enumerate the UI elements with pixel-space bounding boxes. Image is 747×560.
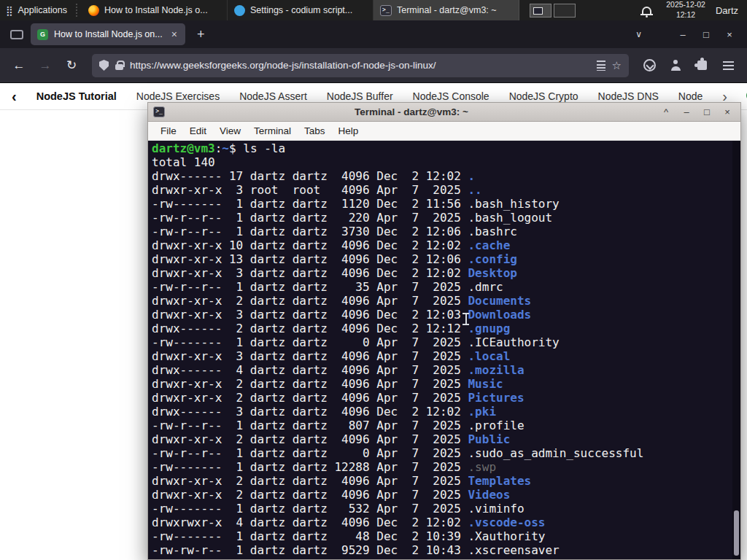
site-nav-link-console[interactable]: NodeJS Console [413,90,489,102]
bookmark-star-icon[interactable]: ☆ [612,59,622,72]
terminal-titlebar[interactable]: >_ Terminal - dartz@vm3: ~ ^ – □ × [148,103,740,122]
notification-bell-button[interactable] [637,7,656,14]
tracking-protection-shield-icon[interactable] [99,60,109,71]
user-label[interactable]: Dartz [716,5,738,16]
workspace-2[interactable] [554,4,576,18]
panel-separator [76,4,79,17]
clock-date: 2025-12-02 [666,0,705,10]
nav-chevron-right-icon[interactable]: › [722,89,727,104]
geeksforgeeks-favicon: G [37,29,48,40]
terminal-scrollbar[interactable] [732,141,740,559]
url-text[interactable]: https://www.geeksforgeeks.org/node-js/in… [130,60,590,71]
applications-label: Applications [18,5,67,15]
site-nav-link-exercises[interactable]: NodeJS Exercises [136,90,220,102]
terminal-lines: dartz@vm3:~$ ls -latotal 140drwx------ 1… [152,141,730,557]
terminal-minimize-button[interactable]: – [678,107,694,117]
menu-file[interactable]: File [154,125,183,136]
codium-icon [234,5,245,16]
menu-terminal[interactable]: Terminal [247,125,298,136]
taskbar-item-terminal[interactable]: >_ Terminal - dartz@vm3: ~ [374,0,519,20]
menu-tabs[interactable]: Tabs [298,125,332,136]
menu-help[interactable]: Help [332,125,365,136]
site-nav-link-buffer[interactable]: NodeJS Buffer [327,90,393,102]
lock-icon[interactable] [115,64,123,70]
applications-icon: ⣿ [6,6,13,15]
account-icon [670,59,682,71]
clock-time: 12:12 [666,10,705,20]
site-nav-link-assert[interactable]: NodeJS Assert [239,90,307,102]
account-button[interactable] [664,54,687,77]
firefox-icon [88,5,99,16]
nav-chevron-left-icon[interactable]: ‹ [12,89,17,104]
bell-icon [642,7,651,14]
browser-close-button[interactable]: × [718,29,741,40]
terminal-menubar: File Edit View Terminal Tabs Help [148,122,740,141]
taskbar-item-codium[interactable]: Settings - codium script... [228,0,374,20]
site-nav-link-dns[interactable]: NodeJS DNS [598,90,659,102]
site-nav-link-tutorial[interactable]: NodeJS Tutorial [36,90,117,102]
tab-close-icon[interactable]: × [170,28,179,40]
hamburger-menu-icon [723,61,734,70]
terminal-scrollbar-thumb[interactable] [734,510,739,556]
extensions-button[interactable] [690,54,713,77]
navigation-toolbar: ← → ↻ https://www.geeksforgeeks.org/node… [0,48,747,83]
extensions-puzzle-icon [697,61,707,70]
workspace-window-thumb [533,7,543,15]
panel-clock[interactable]: 2025-12-02 12:12 [666,0,705,20]
site-nav-link-crypto[interactable]: NodeJS Crypto [509,90,578,102]
tab-list-chevron-icon[interactable]: ∨ [635,29,642,39]
forward-button[interactable]: → [34,54,57,77]
pocket-icon [643,59,656,71]
tab-title: How to Install Node.js on... [54,29,164,39]
taskbar: How to Install Node.js o... Settings - c… [82,0,519,20]
terminal-title: Terminal - dartz@vm3: ~ [169,106,654,117]
address-bar[interactable]: https://www.geeksforgeeks.org/node-js/in… [92,54,629,77]
terminal-window: >_ Terminal - dartz@vm3: ~ ^ – □ × File … [147,102,741,560]
applications-menu[interactable]: ⣿ Applications [0,0,76,20]
site-nav-link-more[interactable]: Node [678,90,703,102]
browser-minimize-button[interactable]: – [671,29,694,40]
menu-edit[interactable]: Edit [183,125,213,136]
terminal-maximize-button[interactable]: □ [699,107,715,117]
app-menu-button[interactable] [716,54,740,77]
menu-view[interactable]: View [213,125,247,136]
terminal-icon: >_ [380,5,392,16]
new-tab-button[interactable]: + [193,27,209,42]
browser-maximize-button[interactable]: □ [694,29,718,40]
reader-mode-icon[interactable] [597,61,605,71]
reload-button[interactable]: ↻ [60,54,83,77]
workspace-switcher [530,4,576,18]
top-panel: ⣿ Applications How to Install Node.js o.… [0,0,747,20]
workspace-1[interactable] [530,4,551,18]
browser-tab[interactable]: G How to Install Node.js on... × [31,23,185,45]
terminal-shade-button[interactable]: ^ [658,107,674,117]
back-button[interactable]: ← [7,54,31,77]
tab-bar: G How to Install Node.js on... × + ∨ – □… [0,20,747,48]
terminal-output[interactable]: dartz@vm3:~$ ls -latotal 140drwx------ 1… [148,141,740,559]
terminal-close-button[interactable]: × [719,107,735,117]
firefox-view-icon[interactable] [10,30,23,39]
terminal-window-icon: >_ [153,106,165,117]
pocket-button[interactable] [638,54,661,77]
taskbar-item-firefox[interactable]: How to Install Node.js o... [82,0,228,20]
mouse-cursor [462,313,469,325]
